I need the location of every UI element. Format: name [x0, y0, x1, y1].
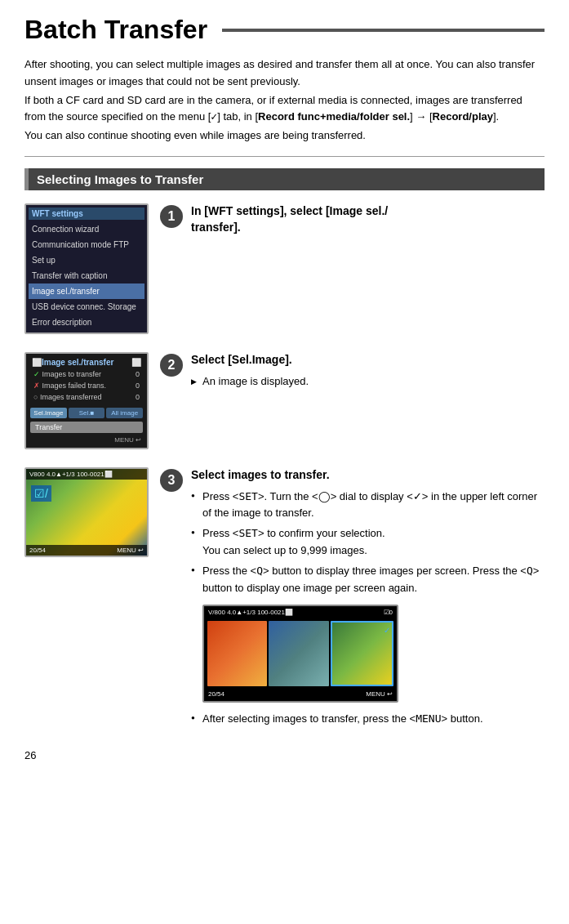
section-divider: [24, 156, 545, 157]
menu-error-desc: Error description: [29, 315, 144, 330]
step-2-title: Select [Sel.Image].: [191, 352, 545, 368]
step-2-arrow-text: An image is displayed.: [191, 373, 545, 391]
section-header: Selecting Images to Transfer: [24, 168, 545, 190]
image-sel-transfer-screen: ⬜Image sel./transfer ⬜ ✓ Images to trans…: [24, 352, 149, 449]
menu-comm-mode: Communication mode FTP: [29, 237, 144, 252]
thumb-2: [269, 621, 328, 686]
title-divider: [222, 29, 545, 32]
bullet-after: After selecting images to transfer, pres…: [191, 711, 545, 728]
step-3-body: Press <SET>. Turn the <◯> dial to displa…: [191, 489, 545, 729]
menu-transfer-caption: Transfer with caption: [29, 268, 144, 283]
step-3-number: 3: [160, 469, 183, 492]
screen2-title-bar: ⬜Image sel./transfer ⬜: [29, 356, 144, 368]
all-image-btn[interactable]: All image: [106, 408, 143, 418]
thumb-3: ✓: [331, 621, 393, 686]
photo-view-screen: V800 4.0▲+1/3 100-0021⬜ ☑/ 20/54 MENU ↩: [24, 467, 149, 557]
screen3-topbar: V800 4.0▲+1/3 100-0021⬜: [26, 469, 147, 480]
sel-folder-btn[interactable]: Sel.■: [69, 408, 105, 418]
step-3-content: Select images to transfer. Press <SET>. …: [191, 467, 545, 731]
step-2-body: An image is displayed.: [191, 373, 545, 391]
step-2-number: 2: [160, 354, 183, 377]
screen2-buttons-row: Sel.Image Sel.■ All image: [29, 406, 144, 420]
check-overlay: ☑/: [31, 485, 51, 502]
bullet-2: Press <SET> to confirm your selection.Yo…: [191, 525, 545, 560]
screen3-bottombar: 20/54 MENU ↩: [26, 545, 147, 556]
step-2-row: ⬜Image sel./transfer ⬜ ✓ Images to trans…: [24, 352, 545, 449]
screen-title-bar: WFT settings: [29, 208, 144, 220]
step-3-image: V800 4.0▲+1/3 100-0021⬜ ☑/ 20/54 MENU ↩: [24, 467, 149, 731]
menu-usb-device: USB device connec. Storage: [29, 299, 144, 315]
wft-settings-screen: WFT settings Connection wizard Communica…: [24, 203, 149, 334]
screen2-menu-text: MENU ↩: [29, 435, 144, 445]
three-image-view-screen: V/800 4.0▲+1/3 100-0021⬜ ☑0 ✓ 20/54: [202, 605, 398, 703]
intro-text: After shooting, you can select multiple …: [24, 56, 545, 145]
step-2-image: ⬜Image sel./transfer ⬜ ✓ Images to trans…: [24, 352, 149, 449]
flower-photo: [26, 469, 147, 556]
step-1-title: In [WFT settings], select [Image sel./tr…: [191, 203, 545, 235]
menu-connection-wizard: Connection wizard: [29, 221, 144, 237]
bullet-3: Press the <Q> button to display three im…: [191, 563, 545, 597]
screen2-item-transferred: ○ Images transferred0: [29, 391, 144, 403]
sub-screen-topbar: V/800 4.0▲+1/3 100-0021⬜ ☑0: [204, 606, 397, 620]
bullet-1: Press <SET>. Turn the <◯> dial to displa…: [191, 489, 545, 523]
page-title: Batch Transfer: [24, 15, 207, 45]
page-number: 26: [24, 749, 545, 761]
step-1-image: WFT settings Connection wizard Communica…: [24, 203, 149, 334]
thumb-1: [207, 621, 267, 686]
step-3-row: V800 4.0▲+1/3 100-0021⬜ ☑/ 20/54 MENU ↩ …: [24, 467, 545, 731]
step-1-content: In [WFT settings], select [Image sel./tr…: [191, 203, 545, 240]
screen2-item-transfer: ✓ Images to transfer0: [29, 368, 144, 380]
menu-image-sel-transfer: Image sel./transfer: [29, 283, 144, 299]
sub-screen-bottombar: 20/54 MENU ↩: [204, 688, 397, 702]
step-1-number: 1: [160, 205, 183, 228]
sel-image-btn[interactable]: Sel.Image: [30, 408, 67, 418]
thumb-check: ✓: [384, 624, 390, 637]
step-1-row: WFT settings Connection wizard Communica…: [24, 203, 545, 334]
step-2-content: Select [Sel.Image]. An image is displaye…: [191, 352, 545, 390]
menu-setup: Set up: [29, 252, 144, 268]
step-3-title: Select images to transfer.: [191, 467, 545, 484]
screen2-item-failed: ✗ Images failed trans.0: [29, 380, 144, 391]
transfer-btn[interactable]: Transfer: [30, 422, 143, 433]
